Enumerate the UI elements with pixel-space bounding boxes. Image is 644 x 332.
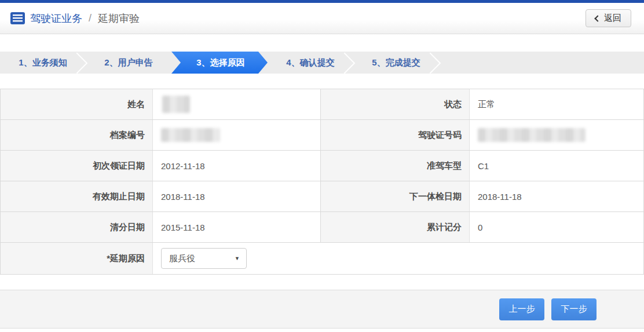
table-row: *延期原因 服兵役 ▼ [1, 243, 643, 274]
chevron-left-icon [594, 15, 601, 21]
points-clear-date-value: 2015-11-18 [153, 212, 321, 242]
table-row: 档案编号 驾驶证号码 [1, 120, 643, 151]
list-icon [10, 12, 25, 24]
extension-reason-cell: 服兵役 ▼ [153, 243, 643, 274]
table-row: 有效期止日期 2018-11-18 下一体检日期 2018-11-18 [1, 181, 643, 212]
step-tab-5[interactable]: 5、完成提交 [353, 52, 439, 74]
next-physical-date-value: 2018-11-18 [470, 181, 643, 211]
table-row: 初次领证日期 2012-11-18 准驾车型 C1 [1, 151, 643, 181]
file-number-label: 档案编号 [1, 120, 153, 150]
selected-option: 服兵役 [169, 253, 195, 264]
expiry-date-value: 2018-11-18 [153, 181, 321, 211]
caret-down-icon: ▼ [235, 256, 240, 261]
status-value: 正常 [470, 89, 643, 119]
license-info-table: 姓名 状态 正常 档案编号 驾驶证号码 初次领证日期 2012-11-18 准驾… [0, 89, 644, 275]
first-issue-date-value: 2012-11-18 [153, 151, 321, 181]
page-title-primary: 驾驶证业务 [30, 12, 82, 25]
first-issue-date-label: 初次领证日期 [1, 151, 153, 181]
name-value [153, 89, 321, 119]
masked-value [161, 128, 220, 142]
step-tab-4[interactable]: 4、确认提交 [268, 52, 353, 74]
extension-reason-select[interactable]: 服兵役 ▼ [161, 248, 247, 269]
steps-filler [439, 52, 644, 74]
masked-value [478, 128, 586, 142]
footer-bar: 上一步 下一步 [0, 290, 644, 329]
vehicle-class-value: C1 [470, 151, 643, 181]
header: 驾驶证业务 / 延期审验 返回 [0, 3, 644, 34]
step-label: 4、确认提交 [286, 57, 334, 68]
step-progress-bar: 1、业务须知 2、用户申告 3、选择原因 4、确认提交 5、完成提交 [0, 52, 644, 74]
step-label: 2、用户申告 [104, 57, 152, 68]
name-label: 姓名 [1, 89, 153, 119]
step-tab-2[interactable]: 2、用户申告 [86, 52, 171, 74]
vehicle-class-label: 准驾车型 [321, 151, 470, 181]
expiry-date-label: 有效期止日期 [1, 181, 153, 211]
step-tab-1[interactable]: 1、业务须知 [0, 52, 86, 74]
table-row: 姓名 状态 正常 [1, 89, 643, 120]
file-number-value [153, 120, 321, 150]
extension-reason-label: *延期原因 [1, 243, 153, 274]
table-row: 清分日期 2015-11-18 累计记分 0 [1, 212, 643, 243]
step-label: 3、选择原因 [196, 57, 244, 68]
license-number-label: 驾驶证号码 [321, 120, 470, 150]
back-button[interactable]: 返回 [586, 9, 631, 27]
accumulated-points-label: 累计记分 [321, 212, 470, 242]
step-tab-3-active[interactable]: 3、选择原因 [171, 52, 268, 74]
back-button-label: 返回 [604, 13, 621, 24]
step-label: 5、完成提交 [372, 57, 420, 68]
next-step-button[interactable]: 下一步 [551, 298, 597, 320]
page-title-secondary: 延期审验 [98, 12, 140, 25]
breadcrumb-separator: / [89, 12, 92, 24]
prev-step-button[interactable]: 上一步 [499, 298, 544, 320]
status-label: 状态 [321, 89, 470, 119]
next-physical-date-label: 下一体检日期 [321, 181, 470, 211]
masked-value [162, 96, 190, 113]
page-title-group: 驾驶证业务 / 延期审验 [10, 12, 140, 25]
license-number-value [470, 120, 643, 150]
step-label: 1、业务须知 [19, 57, 67, 68]
accumulated-points-value: 0 [470, 212, 643, 242]
points-clear-date-label: 清分日期 [1, 212, 153, 242]
